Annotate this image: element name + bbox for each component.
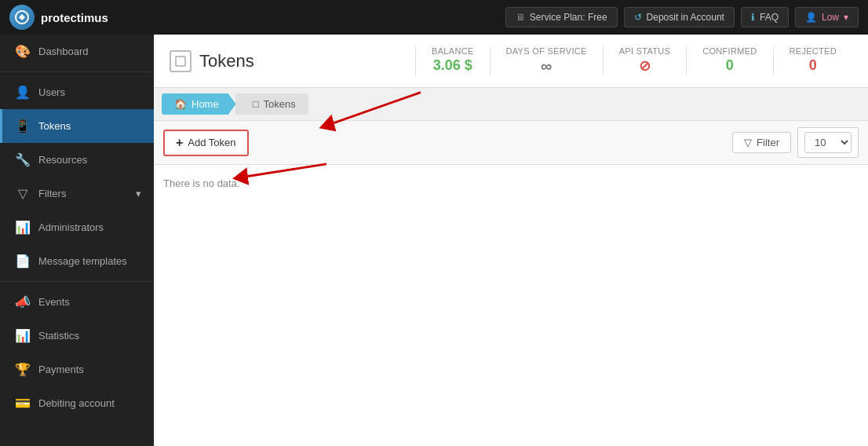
days-label: Days of Service <box>506 46 587 56</box>
page-title-icon <box>170 50 191 72</box>
faq-button[interactable]: ℹ FAQ <box>741 7 789 27</box>
content-area: Tokens Balance 3.06 $ Days of Service ∞ … <box>154 35 868 446</box>
sidebar-item-label: Administrators <box>38 221 104 233</box>
rejected-label: Rejected <box>790 46 837 56</box>
service-plan-icon: 🖥 <box>516 12 525 23</box>
balance-value: 3.06 $ <box>432 57 473 74</box>
sidebar-item-label: Events <box>38 296 70 308</box>
tokens-breadcrumb-icon: □ <box>253 98 259 110</box>
users-icon: 👤 <box>15 85 31 100</box>
toolbar: + Add Token ▽ Filter 10 25 50 100 <box>154 121 868 165</box>
deposit-label: Deposit in Account <box>647 12 724 23</box>
rejected-value: 0 <box>790 57 837 74</box>
deposit-icon: ↺ <box>634 12 642 23</box>
sidebar-item-label: Payments <box>38 364 84 375</box>
sidebar-item-label: Debiting account <box>38 397 115 409</box>
page-title: Tokens <box>199 51 254 71</box>
user-menu-button[interactable]: 👤 Low ▾ <box>795 7 859 27</box>
breadcrumb-home[interactable]: 🏠 Home <box>162 93 236 115</box>
sidebar-item-payments[interactable]: 🏆 Payments <box>0 353 154 386</box>
top-navigation: protectimus 🖥 Service Plan: Free ↺ Depos… <box>0 0 868 35</box>
resources-icon: 🔧 <box>15 152 31 167</box>
breadcrumb-tokens[interactable]: □ Tokens <box>235 93 308 115</box>
balance-label: Balance <box>432 46 473 56</box>
topnav-right: 🖥 Service Plan: Free ↺ Deposit in Accoun… <box>505 7 859 27</box>
stat-balance: Balance 3.06 $ <box>415 46 489 75</box>
sidebar-item-label: Dashboard <box>38 46 89 57</box>
sidebar-item-statistics[interactable]: 📊 Statistics <box>0 319 154 353</box>
stat-days-of-service: Days of Service ∞ <box>490 46 603 75</box>
chevron-down-icon: ▾ <box>844 12 848 23</box>
administrators-icon: 📊 <box>15 220 31 235</box>
service-plan-label: Service Plan: Free <box>530 12 607 23</box>
logo-area: protectimus <box>9 5 159 30</box>
sidebar-item-label: Message templates <box>38 255 127 267</box>
stat-api-status: API Status ⊘ <box>603 46 687 75</box>
api-value: ⊘ <box>619 57 671 75</box>
api-label: API Status <box>619 46 671 56</box>
sidebar-item-label: Tokens <box>38 120 71 132</box>
page-stats: Balance 3.06 $ Days of Service ∞ API Sta… <box>415 46 852 75</box>
deposit-button[interactable]: ↺ Deposit in Account <box>624 7 735 27</box>
debiting-account-icon: 💳 <box>15 396 31 411</box>
content-inner: 🏠 Home □ Tokens + Add Token ▽ Filter <box>154 88 868 446</box>
sidebar-item-label: Resources <box>38 154 87 166</box>
logo-icon <box>9 5 35 30</box>
service-plan-button[interactable]: 🖥 Service Plan: Free <box>505 7 618 27</box>
per-page-dropdown[interactable]: 10 25 50 100 <box>804 132 852 153</box>
sidebar-item-dashboard[interactable]: 🎨 Dashboard <box>0 35 154 68</box>
sidebar-item-label: Statistics <box>38 330 79 342</box>
page-header: Tokens Balance 3.06 $ Days of Service ∞ … <box>154 35 868 88</box>
filters-icon: ▽ <box>15 186 31 201</box>
per-page-selector[interactable]: 10 25 50 100 <box>797 127 859 158</box>
sidebar: 🎨 Dashboard 👤 Users 📱 Tokens 🔧 Resources… <box>0 35 154 446</box>
sidebar-item-label: Users <box>38 86 65 98</box>
sidebar-item-debiting-account[interactable]: 💳 Debiting account <box>0 386 154 420</box>
breadcrumb-nav: 🏠 Home □ Tokens <box>154 88 868 121</box>
sidebar-divider-2 <box>0 281 154 282</box>
user-icon: 👤 <box>805 12 817 23</box>
breadcrumb-home-label: Home <box>191 98 219 110</box>
confirmed-value: 0 <box>702 57 757 74</box>
events-icon: 📣 <box>15 294 31 309</box>
home-icon: 🏠 <box>174 98 187 110</box>
faq-icon: ℹ <box>751 12 755 23</box>
main-layout: 🎨 Dashboard 👤 Users 📱 Tokens 🔧 Resources… <box>0 35 868 446</box>
user-label: Low <box>822 12 839 23</box>
sidebar-item-events[interactable]: 📣 Events <box>0 285 154 319</box>
sidebar-item-resources[interactable]: 🔧 Resources <box>0 143 154 177</box>
page-title-area: Tokens <box>170 50 254 72</box>
payments-icon: 🏆 <box>15 362 31 377</box>
filter-icon: ▽ <box>744 137 752 148</box>
filter-label: Filter <box>757 137 779 148</box>
breadcrumb-page-label: Tokens <box>264 98 296 110</box>
sidebar-item-filters[interactable]: ▽ Filters ▾ <box>0 177 154 210</box>
plus-icon: + <box>176 136 183 150</box>
add-token-button[interactable]: + Add Token <box>163 130 249 156</box>
stat-confirmed: Confirmed 0 <box>686 46 772 75</box>
sidebar-item-users[interactable]: 👤 Users <box>0 75 154 109</box>
sidebar-item-label: Filters <box>38 188 66 199</box>
tokens-icon: 📱 <box>15 119 31 133</box>
add-token-label: Add Token <box>188 137 235 148</box>
table-area: There is no data. <box>154 165 868 446</box>
days-value: ∞ <box>506 57 587 75</box>
filters-chevron-icon: ▾ <box>136 188 141 199</box>
logo-text: protectimus <box>41 11 108 24</box>
no-data-message: There is no data. <box>163 177 859 189</box>
sidebar-item-administrators[interactable]: 📊 Administrators <box>0 210 154 244</box>
sidebar-item-tokens[interactable]: 📱 Tokens <box>0 109 154 143</box>
confirmed-label: Confirmed <box>702 46 757 56</box>
statistics-icon: 📊 <box>15 328 31 343</box>
stat-rejected: Rejected 0 <box>773 46 852 75</box>
filter-button[interactable]: ▽ Filter <box>732 132 791 153</box>
sidebar-item-message-templates[interactable]: 📄 Message templates <box>0 244 154 278</box>
sidebar-divider-1 <box>0 71 154 72</box>
faq-label: FAQ <box>760 12 779 23</box>
dashboard-icon: 🎨 <box>15 44 31 59</box>
message-templates-icon: 📄 <box>15 254 31 269</box>
toolbar-right: ▽ Filter 10 25 50 100 <box>732 127 859 158</box>
svg-rect-1 <box>176 57 185 66</box>
